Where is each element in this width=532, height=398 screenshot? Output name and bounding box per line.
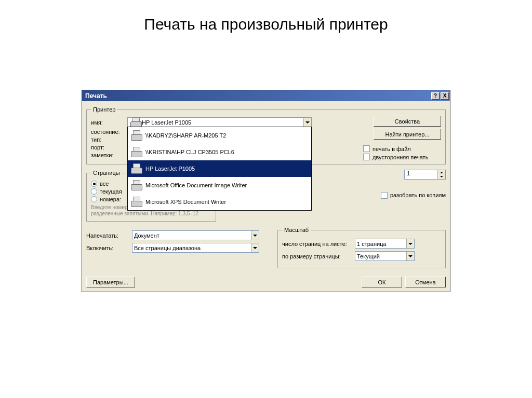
printer-option[interactable]: \\KADRY2\SHARP AR-M205 T2 (128, 127, 311, 144)
printer-name-value: HP LaserJet P1005 (142, 119, 303, 126)
pages-per-sheet-label: число страниц на листе: (282, 241, 355, 247)
slide-title: Печать на произвольный принтер (0, 16, 532, 33)
fit-to-page-value: Текущий (357, 253, 406, 259)
include-combo[interactable]: Все страницы диапазона (132, 243, 259, 253)
checkbox-label: печать в файл (373, 146, 411, 152)
chevron-down-icon[interactable] (303, 118, 311, 127)
checkbox-label: двусторонняя печать (373, 154, 428, 160)
copies-value: 1 (405, 170, 437, 179)
fit-to-page-combo[interactable]: Текущий (355, 251, 415, 261)
close-button[interactable]: X (441, 92, 449, 100)
printer-option-label: \\KADRY2\SHARP AR-M205 T2 (145, 132, 226, 139)
printer-option[interactable]: \\KRISTINA\HP CLJ CP3505 PCL6 (128, 144, 311, 160)
print-what-combo[interactable]: Документ (132, 230, 259, 240)
chevron-down-icon[interactable] (251, 231, 259, 240)
print-dialog: Печать ? X Принтер имя: HP LaserJet P100… (82, 90, 450, 292)
find-printer-button[interactable]: Найти принтер... (374, 129, 441, 140)
printer-option-selected[interactable]: HP LaserJet P1005 (128, 160, 311, 177)
pages-legend: Страницы (91, 170, 122, 176)
help-button[interactable]: ? (431, 92, 440, 100)
radio-label: текущая (100, 188, 122, 195)
printer-name-combo[interactable]: HP LaserJet P1005 (127, 117, 312, 127)
collate-checkbox[interactable]: разобрать по копиям (381, 192, 446, 199)
include-value: Все страницы диапазона (134, 245, 251, 251)
properties-button[interactable]: Свойства (374, 116, 441, 127)
printer-option-label: Microsoft XPS Document Writer (145, 199, 226, 205)
pages-per-sheet-value: 1 страница (357, 241, 406, 247)
printer-icon (130, 130, 142, 141)
include-area: Напечатать: Документ Включить: Все стран… (86, 225, 273, 271)
checkbox-icon (363, 145, 370, 152)
titlebar: Печать ? X (82, 90, 450, 101)
printer-option[interactable]: Microsoft XPS Document Writer (128, 194, 311, 210)
radio-label: все (100, 181, 109, 187)
copies-spinner[interactable]: 1 (404, 170, 446, 180)
printer-type-label: тип: (91, 136, 127, 143)
printer-dropdown: \\KADRY2\SHARP AR-M205 T2 \\KRISTINA\HP … (127, 127, 312, 211)
cancel-button[interactable]: Отмена (405, 277, 446, 287)
parameters-button[interactable]: Параметры... (86, 277, 135, 287)
duplex-checkbox[interactable]: двусторонняя печать (363, 154, 441, 160)
checkbox-icon (363, 154, 370, 160)
radio-icon (91, 196, 97, 202)
printer-option-label: \\KRISTINA\HP CLJ CP3505 PCL6 (145, 149, 234, 155)
spinner-up-icon[interactable] (438, 170, 445, 175)
pages-per-sheet-combo[interactable]: 1 страница (355, 239, 415, 249)
chevron-down-icon[interactable] (406, 239, 414, 248)
ok-button[interactable]: ОК (362, 277, 402, 287)
radio-label: номера: (100, 196, 121, 202)
printer-option[interactable]: Microsoft Office Document Image Writer (128, 177, 311, 194)
print-to-file-checkbox[interactable]: печать в файл (363, 145, 441, 152)
printer-option-label: Microsoft Office Document Image Writer (145, 182, 247, 188)
radio-icon (91, 181, 97, 187)
fit-to-page-label: по размеру страницы: (282, 253, 355, 259)
radio-icon (91, 188, 97, 195)
printer-port-label: порт: (91, 144, 127, 150)
printer-icon (130, 197, 142, 207)
printer-option-label: HP LaserJet P1005 (145, 166, 195, 172)
printer-legend: Принтер (91, 106, 117, 113)
printer-state-label: состояние: (91, 129, 127, 135)
printer-name-label: имя: (91, 119, 127, 126)
dialog-body: Принтер имя: HP LaserJet P1005 \\KADRY2\… (82, 101, 450, 292)
printer-icon (130, 147, 142, 157)
include-label: Включить: (86, 245, 128, 251)
checkbox-icon (381, 192, 388, 199)
scale-legend: Масштаб (282, 227, 311, 233)
print-what-value: Документ (134, 232, 251, 239)
titlebar-text: Печать (85, 92, 107, 100)
printer-icon (130, 163, 142, 174)
spinner-down-icon[interactable] (438, 175, 445, 180)
printer-group: Принтер имя: HP LaserJet P1005 \\KADRY2\… (86, 106, 446, 164)
chevron-down-icon[interactable] (406, 252, 414, 260)
printer-notes-label: заметки: (91, 152, 127, 158)
chevron-down-icon[interactable] (251, 243, 259, 252)
printer-icon (130, 180, 142, 190)
print-what-label: Напечатать: (86, 232, 128, 239)
scale-group: Масштаб число страниц на листе: 1 страни… (277, 227, 446, 268)
checkbox-label: разобрать по копиям (390, 192, 446, 198)
printer-icon (129, 117, 142, 128)
